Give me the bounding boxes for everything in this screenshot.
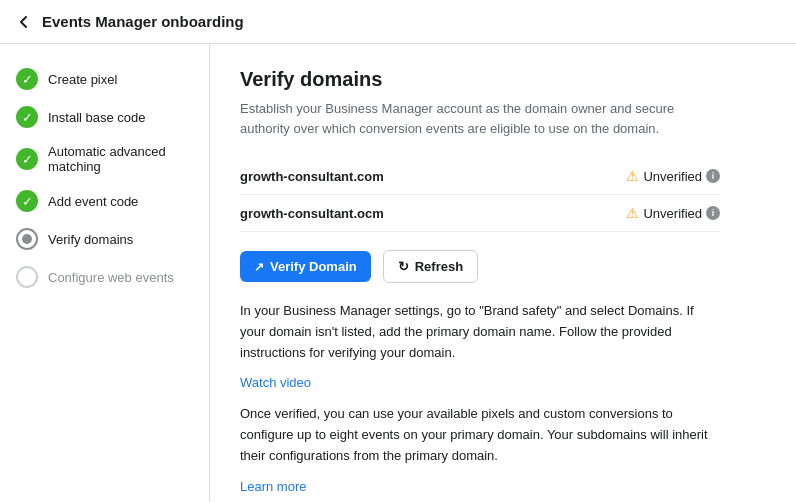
warning-icon-2: ⚠ <box>626 205 639 221</box>
sidebar-label-add-event-code: Add event code <box>48 194 138 209</box>
domain-row-1: growth-consultant.com ⚠ Unverified i <box>240 158 720 195</box>
back-button[interactable] <box>16 14 32 30</box>
verify-domain-label: Verify Domain <box>270 259 357 274</box>
domain-name-1: growth-consultant.com <box>240 169 384 184</box>
step-icon-inactive <box>16 266 38 288</box>
refresh-label: Refresh <box>415 259 463 274</box>
step-icon-completed: ✓ <box>16 68 38 90</box>
info-icon-2[interactable]: i <box>706 206 720 220</box>
sidebar-item-verify-domains: Verify domains <box>0 220 209 258</box>
refresh-icon: ↻ <box>398 259 409 274</box>
sidebar-label-install-base-code: Install base code <box>48 110 146 125</box>
content-title: Verify domains <box>240 68 766 91</box>
sidebar-item-auto-matching: ✓ Automatic advanced matching <box>0 136 209 182</box>
back-icon <box>16 14 32 30</box>
sidebar-item-configure-web-events: Configure web events <box>0 258 209 296</box>
warning-icon-1: ⚠ <box>626 168 639 184</box>
info-icon-1[interactable]: i <box>706 169 720 183</box>
domain-status-1: ⚠ Unverified i <box>626 168 720 184</box>
learn-more-link[interactable]: Learn more <box>240 479 766 494</box>
buttons-row: ↗ Verify Domain ↻ Refresh <box>240 250 766 283</box>
content-description: Establish your Business Manager account … <box>240 99 720 138</box>
verify-domain-button[interactable]: ↗ Verify Domain <box>240 251 371 282</box>
step-icon-completed-2: ✓ <box>16 106 38 128</box>
sidebar-label-create-pixel: Create pixel <box>48 72 117 87</box>
refresh-button[interactable]: ↻ Refresh <box>383 250 478 283</box>
sidebar-item-add-event-code: ✓ Add event code <box>0 182 209 220</box>
domain-row-2: growth-consultant.ocm ⚠ Unverified i <box>240 195 720 232</box>
watch-video-link[interactable]: Watch video <box>240 375 766 390</box>
domain-status-label-1: Unverified <box>643 169 702 184</box>
header-title: Events Manager onboarding <box>42 13 244 30</box>
sidebar: ✓ Create pixel ✓ Install base code ✓ Aut… <box>0 44 210 502</box>
sidebar-item-create-pixel: ✓ Create pixel <box>0 60 209 98</box>
content-area: Verify domains Establish your Business M… <box>210 44 796 502</box>
step-icon-completed-3: ✓ <box>16 148 38 170</box>
domain-status-2: ⚠ Unverified i <box>626 205 720 221</box>
sidebar-label-configure-web-events: Configure web events <box>48 270 174 285</box>
external-link-icon: ↗ <box>254 260 264 274</box>
sidebar-item-install-base-code: ✓ Install base code <box>0 98 209 136</box>
header: Events Manager onboarding <box>0 0 796 44</box>
sidebar-label-auto-matching: Automatic advanced matching <box>48 144 193 174</box>
domain-name-2: growth-consultant.ocm <box>240 206 384 221</box>
instruction-text: In your Business Manager settings, go to… <box>240 301 720 363</box>
sidebar-label-verify-domains: Verify domains <box>48 232 133 247</box>
step-icon-completed-4: ✓ <box>16 190 38 212</box>
once-verified-text: Once verified, you can use your availabl… <box>240 404 720 466</box>
domain-status-label-2: Unverified <box>643 206 702 221</box>
step-icon-active <box>16 228 38 250</box>
main-layout: ✓ Create pixel ✓ Install base code ✓ Aut… <box>0 44 796 502</box>
